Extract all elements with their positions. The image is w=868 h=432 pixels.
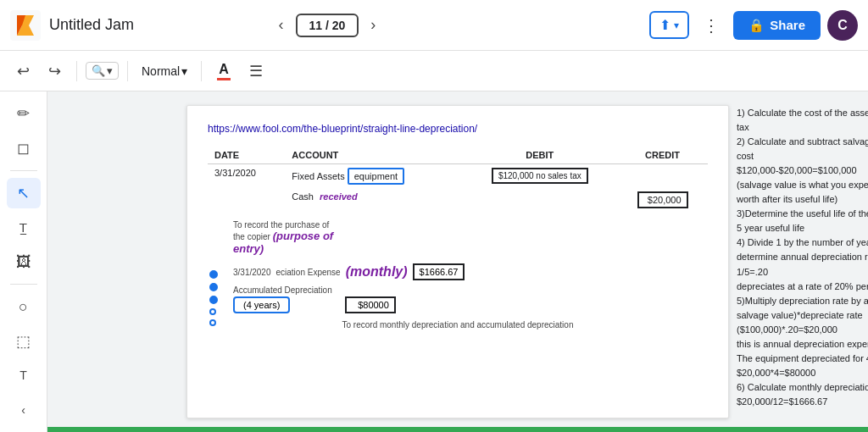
zoom-dropdown-icon: ▾ <box>107 64 113 77</box>
note-5c: The equipment depreciated for 4 years <box>737 353 868 363</box>
align-button[interactable]: ☰ <box>242 58 270 85</box>
expense-label: eciation Expense <box>276 268 341 277</box>
col-account: ACCOUNT <box>285 147 462 164</box>
note-3: 3)Determine the useful life of the asset <box>737 208 868 219</box>
upload-icon: ⬆ <box>659 17 670 33</box>
normal-dropdown-icon: ▾ <box>181 64 187 78</box>
purchase-note: To record the purchase ofthe copier (pur… <box>233 220 708 255</box>
row2-date <box>208 188 285 212</box>
upload-dropdown-icon: ▾ <box>674 19 679 31</box>
monthly-credit: $80000 <box>345 296 396 313</box>
page-indicator: 11 / 20 <box>296 14 359 37</box>
avatar[interactable]: C <box>827 10 858 41</box>
note-4b: depreciates at a rate of 20% per year <box>737 281 868 291</box>
bottom-progress-bar <box>47 427 868 432</box>
font-color-button[interactable]: A <box>210 59 237 83</box>
row2-credit-value: $20,000 <box>637 191 688 208</box>
monthly-section: 3/31/2020 eciation Expense (monthly) $16… <box>233 263 708 313</box>
select-box-button[interactable]: ⬚ <box>7 326 41 357</box>
table-row: Cash received $20,000 <box>208 188 708 212</box>
note-2b: (salvage value is what you expect the as… <box>737 180 868 204</box>
lock-icon: 🔒 <box>748 18 765 33</box>
monthly-date: 3/31/2020 <box>233 268 271 277</box>
row2-account-main: Cash <box>292 191 314 202</box>
document-card: https://www.fool.com/the-blueprint/strai… <box>186 105 729 418</box>
eraser-tool-button[interactable]: ◻ <box>7 132 41 163</box>
note-5d: $20,000*4=$80000 <box>737 368 815 378</box>
document-url: https://www.fool.com/the-blueprint/strai… <box>208 123 708 135</box>
note-5: 5)Multiply depreciation rate by asset co… <box>737 296 868 320</box>
normal-style-control[interactable]: Normal ▾ <box>136 63 192 80</box>
note-4a: 1/5=.20 <box>737 267 768 277</box>
accumulated-row: Accumulated Depreciation (4 years) $8000… <box>233 285 708 313</box>
accumulated-label: Accumulated Depreciation <box>233 285 708 295</box>
next-page-button[interactable]: › <box>364 13 382 37</box>
col-debit: DEBIT <box>463 147 618 164</box>
left-toolbar: ✏ ◻ ↖ T̲ 🖼 ○ ⬚ T ‹ <box>0 91 47 432</box>
row2-account: Cash received <box>285 188 462 212</box>
row2-debit <box>463 188 618 212</box>
note-4: 4) Divide 1 by the number of years of us… <box>737 237 868 262</box>
note-3a: 5 year useful life <box>737 223 804 233</box>
redo-button[interactable]: ↪ <box>42 58 68 85</box>
row2-credit: $20,000 <box>617 188 708 212</box>
upload-button[interactable]: ⬆ ▾ <box>649 11 689 39</box>
connector-dots <box>209 270 218 326</box>
share-button[interactable]: 🔒 Share <box>733 11 821 40</box>
image-tool-button[interactable]: 🖼 <box>7 246 41 277</box>
monthly-debit: $1666.67 <box>413 263 465 280</box>
row1-account: Fixed Assets equipment <box>285 164 462 189</box>
shape-tool-button[interactable]: ○ <box>7 291 41 322</box>
nav-right: ⬆ ▾ ⋮ 🔒 Share C <box>649 10 858 41</box>
record-note: To record monthly depreciation and accum… <box>208 320 708 330</box>
prev-page-button[interactable]: ‹ <box>272 13 291 37</box>
ledger-table: DATE ACCOUNT DEBIT CREDIT 3/31/2020 Fixe… <box>208 147 708 212</box>
share-label: Share <box>770 18 805 32</box>
years-box: (4 years) <box>233 296 290 313</box>
note-2: 2) Calculate and subtract salvage value … <box>737 136 868 161</box>
note-2a: $120,000-$20,000=$100,000 <box>737 165 857 175</box>
right-notes: 1) Calculate the cost of the asset: $120… <box>737 106 868 409</box>
normal-label: Normal <box>142 64 180 78</box>
right-notes-text: 1) Calculate the cost of the asset: $120… <box>737 106 868 409</box>
note-5b: this is annual depreciation expense <box>737 339 868 349</box>
left-tool-separator-2 <box>10 284 37 285</box>
received-text: received <box>320 191 358 202</box>
row1-credit <box>617 164 708 189</box>
toolbar-separator-2 <box>127 61 128 81</box>
cursor-tool-button[interactable]: ↖ <box>7 178 41 208</box>
toolbar-separator-3 <box>201 61 202 81</box>
top-bar: Untitled Jam ‹ 11 / 20 › ⬆ ▾ ⋮ 🔒 Share C <box>0 0 868 51</box>
text-block-button[interactable]: T̲ <box>7 212 41 242</box>
note-6a: $20,000/12=$1666.67 <box>737 396 827 407</box>
canvas-area: https://www.fool.com/the-blueprint/strai… <box>47 91 868 432</box>
type-tool-button[interactable]: T <box>7 360 41 390</box>
col-credit: CREDIT <box>617 147 708 164</box>
app-logo <box>10 10 41 41</box>
zoom-icon: 🔍 <box>92 64 105 77</box>
collapse-button[interactable]: ‹ <box>7 395 41 425</box>
row1-account-main: Fixed Assets <box>292 171 344 181</box>
table-row: 3/31/2020 Fixed Assets equipment $120,00… <box>208 164 708 189</box>
app-title: Untitled Jam <box>49 16 134 34</box>
left-tool-separator-1 <box>10 170 37 171</box>
page-navigation: ‹ 11 / 20 › <box>272 13 383 37</box>
note-5a: ($100,000)*.20=$20,000 <box>737 324 837 335</box>
pen-tool-button[interactable]: ✏ <box>7 98 41 129</box>
equipment-box: equipment <box>348 168 404 185</box>
monthly-row: 3/31/2020 eciation Expense (monthly) $16… <box>233 263 708 280</box>
toolbar-separator-1 <box>76 61 77 81</box>
more-options-button[interactable]: ⋮ <box>696 12 726 39</box>
row1-debit-value: $120,000 no sales tax <box>492 168 588 184</box>
note-1: 1) Calculate the cost of the asset: $120… <box>737 108 868 132</box>
zoom-control[interactable]: 🔍 ▾ <box>86 62 119 80</box>
font-color-bar <box>217 78 231 80</box>
toolbar: ↩ ↪ 🔍 ▾ Normal ▾ A ☰ <box>0 51 868 91</box>
row1-date: 3/31/2020 <box>208 164 285 189</box>
font-a-label: A <box>219 62 229 77</box>
col-date: DATE <box>208 147 285 164</box>
row1-debit: $120,000 no sales tax <box>463 164 618 189</box>
monthly-label: (monthly) <box>346 264 408 280</box>
note-6: 6) Calculate monthly depreciation <box>737 382 868 392</box>
undo-button[interactable]: ↩ <box>10 58 36 85</box>
